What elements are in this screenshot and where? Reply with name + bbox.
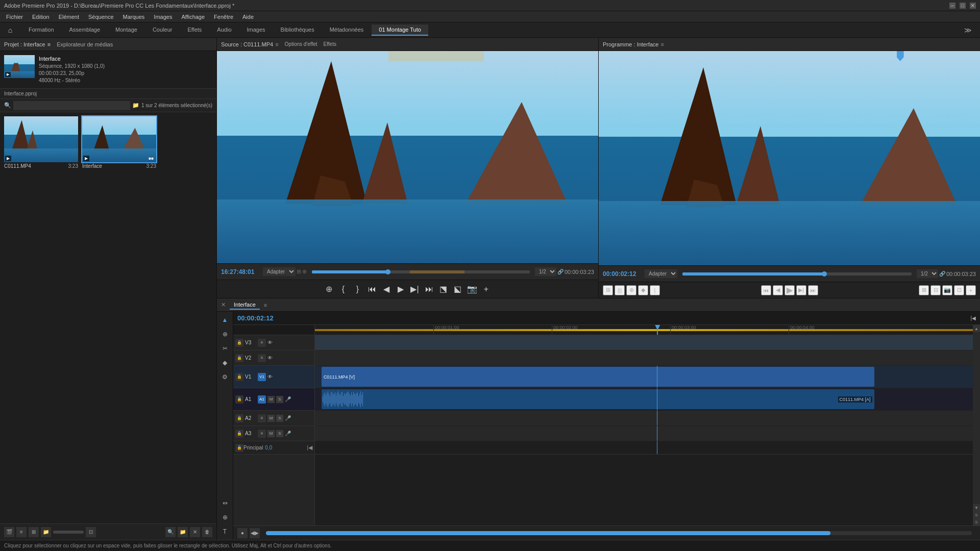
- tl-horizontal-scroll[interactable]: [266, 531, 972, 535]
- source-step-back[interactable]: ◀: [380, 283, 393, 295]
- source-adapter-select[interactable]: Adapter: [263, 267, 296, 276]
- program-multi-cam[interactable]: ⊠: [919, 285, 929, 295]
- source-timecode[interactable]: 16:27:48:01: [221, 268, 262, 276]
- track-a2-toggle[interactable]: ≡: [258, 414, 266, 422]
- tool-razor[interactable]: ✂: [219, 342, 231, 355]
- program-adapter-select[interactable]: Adapter: [645, 269, 677, 278]
- minimize-button[interactable]: ─: [949, 3, 955, 9]
- program-monitor-menu-icon[interactable]: ≡: [660, 41, 664, 47]
- workspace-tab-audio[interactable]: Audio: [210, 24, 238, 36]
- folder-button[interactable]: 📁: [41, 527, 51, 537]
- menu-edition[interactable]: Edition: [28, 13, 54, 21]
- media-browser-tab[interactable]: Explorateur de médias: [57, 41, 113, 47]
- program-rewind-start[interactable]: ⏮: [761, 285, 771, 295]
- workspace-tab-montage[interactable]: Montage: [108, 24, 144, 36]
- layout-button[interactable]: ⊡: [86, 527, 96, 537]
- program-add[interactable]: +: [966, 285, 976, 295]
- menu-sequence[interactable]: Séquence: [84, 13, 118, 21]
- program-link-btn[interactable]: ⊕: [626, 285, 636, 295]
- maximize-button[interactable]: □: [960, 3, 966, 9]
- search-input[interactable]: [13, 101, 130, 110]
- source-step-fwd[interactable]: ▶|: [409, 283, 421, 295]
- program-scrubber[interactable]: [682, 272, 912, 276]
- program-export[interactable]: ⊡: [954, 285, 964, 295]
- principal-lock[interactable]: 🔒: [235, 444, 243, 452]
- list-view-button[interactable]: ≡: [16, 527, 27, 537]
- timeline-tab-menu[interactable]: ≡: [264, 302, 267, 308]
- tl-add-marker[interactable]: ●: [237, 528, 248, 538]
- track-v2-eye[interactable]: 👁: [267, 355, 273, 361]
- timeline-ruler[interactable]: 00:00:01:00 00:00:02:00 00:00:03:00 00:0…: [315, 325, 973, 335]
- folder-navigate-button[interactable]: 📁: [178, 527, 188, 537]
- track-v2-toggle[interactable]: ≡: [258, 354, 266, 362]
- menu-element[interactable]: Elément: [55, 13, 83, 21]
- workspace-tab-images[interactable]: Images: [240, 24, 273, 36]
- tool-text[interactable]: T: [219, 525, 231, 538]
- track-a2-m[interactable]: M: [267, 415, 275, 422]
- track-a1-active[interactable]: A1: [258, 395, 266, 404]
- track-v3-eye[interactable]: 👁: [267, 340, 273, 345]
- media-item-1[interactable]: ▶ ■■ Interface 3:23: [82, 116, 156, 519]
- program-ratio-select[interactable]: 1/2: [917, 269, 938, 278]
- workspace-tab-active[interactable]: 01 Montage Tuto: [372, 24, 428, 36]
- scroll-down-btn[interactable]: ▼: [973, 504, 980, 511]
- source-mark-out[interactable]: }: [352, 283, 364, 295]
- track-v1-active[interactable]: V1: [258, 373, 266, 381]
- new-item-button[interactable]: 🎬: [4, 527, 14, 537]
- track-a1-s[interactable]: S: [276, 396, 283, 403]
- workspace-more-button[interactable]: ≫: [960, 26, 976, 34]
- zoom-slider[interactable]: [53, 531, 84, 534]
- tool-marker[interactable]: ◆: [219, 357, 231, 369]
- program-marker-btn[interactable]: ◆: [638, 285, 648, 295]
- source-add-marker[interactable]: ⊕: [323, 283, 335, 295]
- track-v2-lock[interactable]: 🔒: [235, 354, 243, 362]
- source-play[interactable]: ▶: [395, 283, 407, 295]
- a1-clip[interactable]: C0111.MP4 [A]: [322, 389, 874, 409]
- source-monitor-menu-icon[interactable]: ≡: [275, 41, 278, 47]
- timeline-close-icon[interactable]: ✕: [221, 302, 226, 308]
- clear-button[interactable]: ✕: [190, 527, 200, 537]
- source-insert[interactable]: ⬔: [437, 283, 450, 295]
- menu-aide[interactable]: Aide: [238, 13, 258, 21]
- folder-icon[interactable]: 📁: [132, 102, 139, 109]
- program-mark-in[interactable]: |: [650, 285, 660, 295]
- source-overwrite[interactable]: ⬕: [452, 283, 464, 295]
- program-trim[interactable]: ⊟: [930, 285, 941, 295]
- source-rewind-end[interactable]: ⏭: [423, 283, 435, 295]
- track-v3-lock[interactable]: 🔒: [235, 339, 243, 347]
- timeline-timecode[interactable]: 00:00:02:12: [237, 314, 278, 322]
- timeline-end-btn[interactable]: |◀: [970, 315, 976, 321]
- source-add[interactable]: +: [480, 283, 493, 295]
- menu-images[interactable]: Images: [150, 13, 176, 21]
- v1-clip[interactable]: C0111.MP4 [V]: [322, 367, 874, 387]
- program-rewind-end[interactable]: ⏭: [808, 285, 818, 295]
- track-a2-s[interactable]: S: [276, 415, 283, 422]
- program-camera[interactable]: 📷: [942, 285, 952, 295]
- program-settings-btn[interactable]: |||: [615, 285, 625, 295]
- source-scrubber[interactable]: [312, 270, 530, 273]
- close-button[interactable]: ✕: [970, 3, 976, 9]
- track-v3-toggle[interactable]: ≡: [258, 339, 266, 347]
- source-effect-options[interactable]: Options d'effet: [285, 41, 317, 47]
- program-play[interactable]: ▶: [785, 285, 795, 295]
- source-camera[interactable]: 📷: [466, 283, 478, 295]
- track-a3-toggle[interactable]: ≡: [258, 430, 266, 438]
- program-composite-btn[interactable]: ⊞: [603, 285, 613, 295]
- tool-settings[interactable]: ⚙: [219, 371, 231, 383]
- track-a1-m[interactable]: M: [267, 396, 275, 403]
- timeline-tab[interactable]: Interface: [230, 300, 260, 310]
- workspace-tab-assemblage[interactable]: Assemblage: [62, 24, 108, 36]
- tool-snap[interactable]: ⊕: [219, 328, 231, 340]
- menu-affichage[interactable]: Affichage: [177, 13, 209, 21]
- source-mark-in[interactable]: {: [337, 283, 350, 295]
- program-step-fwd[interactable]: ▶|: [796, 285, 806, 295]
- workspace-tab-metadonnees[interactable]: Métadonnées: [323, 24, 371, 36]
- track-a3-m[interactable]: M: [267, 430, 275, 437]
- scroll-up-btn[interactable]: ▲: [973, 325, 980, 332]
- media-item-0[interactable]: ▶ C0111.MP4 3:23: [4, 116, 78, 519]
- workspace-tab-formation[interactable]: Formation: [21, 24, 61, 36]
- project-menu-icon[interactable]: ≡: [47, 41, 51, 47]
- source-effects[interactable]: Effets: [324, 41, 336, 47]
- icon-view-button[interactable]: ⊞: [29, 527, 39, 537]
- source-rewind-start[interactable]: ⏮: [366, 283, 378, 295]
